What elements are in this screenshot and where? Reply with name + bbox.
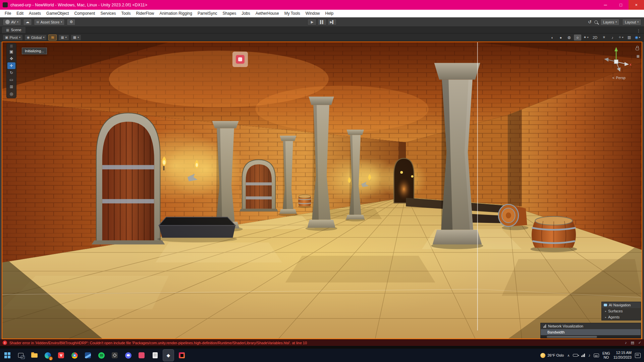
columns-icon[interactable]: ▥: [626, 35, 633, 41]
unity-hub-button[interactable]: [109, 350, 120, 361]
menu-assets[interactable]: Assets: [26, 10, 44, 16]
menu-window[interactable]: Window: [303, 10, 323, 16]
layers-dropdown[interactable]: Layers ▾: [600, 19, 620, 25]
menu-component[interactable]: Component: [71, 10, 98, 16]
barrel-large[interactable]: [530, 217, 577, 252]
tab-menu-kebab-icon[interactable]: ⋮: [633, 28, 644, 33]
flare-dropdown[interactable]: ✦ ▾: [582, 35, 590, 41]
lighting-toggle-icon[interactable]: ☀: [600, 35, 608, 41]
error-message[interactable]: Shader error in 'Hidden/Enviro/BlitTroug…: [9, 341, 307, 345]
menu-edit[interactable]: Edit: [14, 10, 26, 16]
palette-grip[interactable]: ☰: [7, 44, 15, 48]
notification-center-icon[interactable]: [635, 353, 641, 358]
unity-editor-button[interactable]: ◆: [163, 350, 174, 361]
horizontal-scrollbar[interactable]: [541, 335, 641, 338]
scene-visibility-dropdown[interactable]: ◉ ▾: [634, 35, 641, 41]
light-gizmo-icon[interactable]: [232, 52, 248, 67]
transform-tool[interactable]: ⊞: [7, 83, 15, 90]
pink-app-button[interactable]: [136, 350, 147, 361]
menu-animation-rigging[interactable]: Animation Rigging: [157, 10, 195, 16]
edge-button[interactable]: 2: [42, 350, 53, 361]
network-signal-icon[interactable]: [581, 354, 585, 357]
language-indicator[interactable]: ENG NO: [602, 351, 610, 359]
draw-mode-icon[interactable]: ◐: [549, 35, 556, 41]
mute-icon[interactable]: ♪: [625, 341, 627, 345]
ai-navigation-header[interactable]: AI Navigation: [602, 302, 641, 308]
move-tool[interactable]: ✛: [7, 62, 15, 69]
tab-scene[interactable]: ▦ Scene: [2, 26, 25, 33]
ide-button[interactable]: [83, 350, 93, 361]
account-dropdown[interactable]: AV ▾: [3, 19, 21, 25]
collab-sync-button[interactable]: ≋: [48, 35, 57, 41]
projection-label[interactable]: < Persp: [612, 76, 626, 80]
start-button[interactable]: [2, 350, 13, 361]
menu-gameobject[interactable]: GameObject: [44, 10, 71, 16]
hand-tool[interactable]: ✥: [7, 55, 15, 62]
menu-tools[interactable]: Tools: [118, 10, 133, 16]
scene-viewport[interactable]: Initializing... ☰ ▣ ✥ ✛ ↻ ▭ ⊞ ◎: [2, 42, 642, 339]
occlusion-toggle-icon[interactable]: ◍: [566, 35, 573, 41]
pivot-dropdown[interactable]: ▣ Pivot ▾: [3, 35, 23, 41]
scrollbar-thumb[interactable]: [547, 336, 597, 338]
snap-increment-dropdown[interactable]: ▩ ▾: [71, 35, 81, 41]
menu-shapes[interactable]: Shapes: [220, 10, 239, 16]
2d-toggle[interactable]: 2D: [591, 35, 599, 41]
battery-icon[interactable]: [573, 354, 578, 357]
touch-keyboard-icon[interactable]: [594, 354, 599, 357]
lock-icon[interactable]: [636, 48, 639, 50]
menu-aetherhouse[interactable]: AetherHouse: [253, 10, 282, 16]
task-view-button[interactable]: [15, 350, 26, 361]
stack-icon[interactable]: ▤: [631, 341, 634, 345]
vivaldi-button[interactable]: [56, 350, 66, 361]
custom-tool[interactable]: ◎: [7, 90, 15, 97]
clock[interactable]: 12:15 AM 11/20/2023: [613, 351, 632, 360]
console-error-bar[interactable]: ! Shader error in 'Hidden/Enviro/BlitTro…: [0, 339, 644, 346]
discord-button[interactable]: [123, 350, 133, 361]
rider-button[interactable]: [176, 350, 187, 361]
menu-services[interactable]: Services: [98, 10, 118, 16]
grid-snap-dropdown[interactable]: ▦ ▾: [58, 35, 69, 41]
ai-nav-surfaces[interactable]: ▸ Surfaces: [602, 308, 641, 314]
effects-dropdown[interactable]: ✧ ▾: [617, 35, 625, 41]
menu-riderflow[interactable]: RiderFlow: [133, 10, 157, 16]
global-dropdown[interactable]: ◉ Global ▾: [24, 35, 47, 41]
network-panel-header[interactable]: Network Visualization: [541, 323, 641, 329]
asset-store-dropdown[interactable]: ▤ Asset Store ▾: [34, 19, 65, 25]
overlay-menu-icon[interactable]: ▦: [637, 54, 640, 58]
undo-history-icon[interactable]: ↺: [588, 19, 592, 24]
spotify-button[interactable]: [96, 350, 107, 361]
view-tool[interactable]: ▣: [7, 48, 15, 55]
menu-help[interactable]: Help: [323, 10, 336, 16]
weather-widget[interactable]: 26°F Oslo: [540, 353, 564, 358]
chrome-button[interactable]: [69, 350, 80, 361]
ai-nav-agents[interactable]: ▸ Agents: [602, 314, 641, 320]
rotate-tool[interactable]: ↻: [7, 69, 15, 76]
check-icon[interactable]: ✓: [638, 341, 641, 345]
search-icon[interactable]: [594, 20, 598, 24]
menu-jobs[interactable]: Jobs: [239, 10, 253, 16]
scene-render[interactable]: [2, 42, 642, 339]
tray-chevron-icon[interactable]: ∧: [567, 354, 570, 357]
menu-my-tools[interactable]: My Tools: [282, 10, 303, 16]
close-button[interactable]: ×: [629, 0, 644, 10]
rect-tool[interactable]: ▭: [7, 76, 15, 83]
layout-dropdown[interactable]: Layout ▾: [622, 19, 641, 25]
minimize-button[interactable]: ─: [598, 0, 613, 10]
step-button[interactable]: ▶▌: [327, 19, 337, 25]
menu-file[interactable]: File: [2, 10, 14, 16]
active-toggle-icon[interactable]: ○: [574, 35, 581, 41]
maximize-button[interactable]: □: [613, 0, 629, 10]
file-explorer-button[interactable]: [29, 350, 40, 361]
volume-icon[interactable]: ♪: [588, 353, 590, 358]
pause-button[interactable]: ▌▌: [317, 19, 327, 25]
cloud-button[interactable]: ☁: [23, 19, 32, 25]
grid-icon: ▦: [6, 28, 9, 32]
orientation-gizmo[interactable]: x: [599, 44, 633, 77]
menu-parrelsync[interactable]: ParrelSync: [195, 10, 220, 16]
bandwidth-item[interactable]: Bandwidth: [541, 329, 641, 335]
notes-app-button[interactable]: [150, 350, 160, 361]
sphere-toggle-icon[interactable]: ●: [557, 35, 565, 41]
play-button[interactable]: ▶: [307, 19, 317, 25]
settings-button[interactable]: ⚙: [67, 19, 75, 25]
audio-toggle-icon[interactable]: ♪: [609, 35, 616, 41]
